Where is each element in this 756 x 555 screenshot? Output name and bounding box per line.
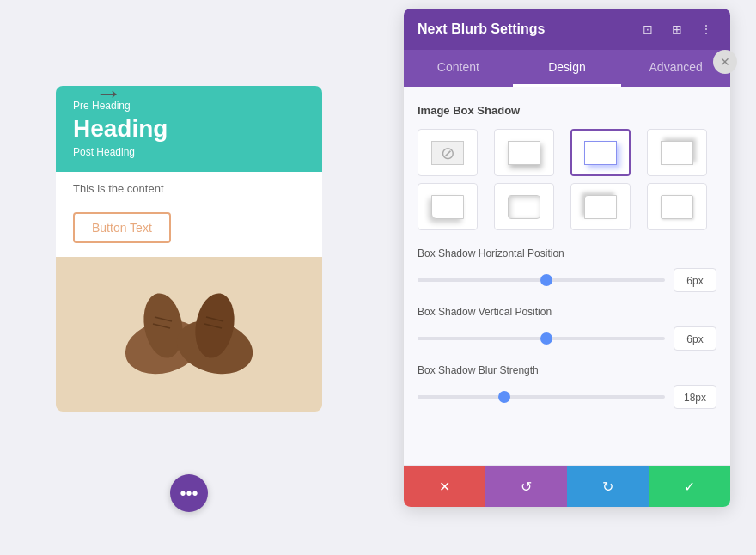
image-shadow-label: Image Box Shadow	[418, 104, 716, 117]
panel-header: Next Blurb Settings ⊡ ⊞ ⋮	[404, 9, 730, 50]
slider-blur-row: 18px	[418, 385, 716, 409]
shadow-bottom-left-preview	[431, 195, 464, 219]
shadow-option-none[interactable]: ⊘	[418, 129, 478, 176]
confirm-button[interactable]: ✓	[649, 466, 730, 507]
slider-vertical-row: 6px	[418, 326, 716, 351]
shadow-top-left-preview	[584, 195, 617, 219]
slider-blur-label: Box Shadow Blur Strength	[418, 364, 716, 376]
panel-title: Next Blurb Settings	[418, 21, 545, 37]
shadow-bottom-preview	[508, 141, 540, 165]
reset-button[interactable]: ↺	[485, 466, 567, 507]
blurb-button[interactable]: Button Text	[73, 212, 171, 243]
close-button[interactable]: ✕	[713, 50, 737, 74]
shadow-none-icon: ⊘	[431, 141, 464, 165]
shoe-svg	[103, 274, 275, 394]
slider-vertical-label: Box Shadow Vertical Position	[418, 306, 716, 318]
shadow-option-bottom-left[interactable]	[418, 183, 478, 230]
shadow-minimal-preview	[661, 195, 693, 219]
slider-horizontal-label: Box Shadow Horizontal Position	[418, 247, 716, 259]
more-icon[interactable]: ⋮	[696, 19, 716, 40]
tab-content[interactable]: Content	[404, 50, 513, 87]
slider-horizontal-value[interactable]: 6px	[674, 268, 716, 292]
shadow-options-grid: ⊘	[418, 129, 716, 230]
slider-horizontal: Box Shadow Horizontal Position 6px	[418, 247, 716, 292]
slider-blur-track[interactable]	[418, 395, 665, 399]
blurb-image	[56, 257, 322, 412]
shadow-inset-preview	[508, 195, 540, 219]
blurb-content-text: This is the content	[56, 172, 322, 205]
cancel-button[interactable]: ✕	[404, 466, 485, 507]
shadow-option-top-right[interactable]	[647, 129, 707, 176]
shadow-bottom-right-preview	[584, 141, 617, 165]
settings-panel: Next Blurb Settings ⊡ ⊞ ⋮ Content Design…	[404, 9, 730, 507]
shadow-top-right-preview	[661, 141, 693, 165]
shadow-option-inset[interactable]	[494, 183, 554, 230]
panel-body: Image Box Shadow ⊘	[404, 87, 730, 465]
slider-blur-thumb[interactable]	[498, 391, 510, 403]
slider-vertical-fill	[418, 337, 546, 340]
shadow-option-bottom[interactable]	[494, 129, 554, 176]
arrow-icon: →	[94, 77, 122, 109]
shoe-shape	[103, 274, 275, 394]
shadow-option-minimal[interactable]	[647, 183, 707, 230]
post-heading-text: Post Heading	[73, 146, 305, 158]
shoe-image	[56, 257, 322, 412]
blurb-card: Pre Heading Heading Post Heading This is…	[56, 86, 322, 412]
no-symbol-icon: ⊘	[432, 142, 463, 164]
split-icon[interactable]: ⊞	[667, 19, 687, 40]
main-heading-text: Heading	[73, 115, 305, 143]
shadow-option-bottom-right[interactable]	[570, 129, 631, 176]
slider-blur-fill	[418, 395, 504, 399]
tab-design[interactable]: Design	[513, 50, 622, 87]
slider-blur: Box Shadow Blur Strength 18px	[418, 364, 716, 409]
slider-horizontal-thumb[interactable]	[540, 274, 552, 286]
slider-vertical-value[interactable]: 6px	[674, 326, 716, 351]
slider-horizontal-row: 6px	[418, 268, 716, 292]
slider-horizontal-track[interactable]	[418, 278, 665, 282]
slider-blur-value[interactable]: 18px	[674, 385, 716, 409]
panel-header-icons: ⊡ ⊞ ⋮	[637, 19, 716, 40]
panel-tabs: Content Design Advanced	[404, 50, 730, 87]
slider-vertical-track[interactable]	[418, 337, 665, 340]
floating-menu-button[interactable]: •••	[170, 474, 208, 512]
redo-button[interactable]: ↻	[567, 466, 649, 507]
slider-horizontal-fill	[418, 278, 546, 282]
slider-vertical-thumb[interactable]	[540, 332, 552, 345]
expand-icon[interactable]: ⊡	[637, 19, 658, 40]
shadow-option-top-left[interactable]	[570, 183, 631, 230]
panel-footer: ✕ ↺ ↻ ✓	[404, 465, 730, 507]
preview-area: → Pre Heading Heading Post Heading This …	[0, 0, 378, 555]
slider-vertical: Box Shadow Vertical Position 6px	[418, 306, 716, 351]
